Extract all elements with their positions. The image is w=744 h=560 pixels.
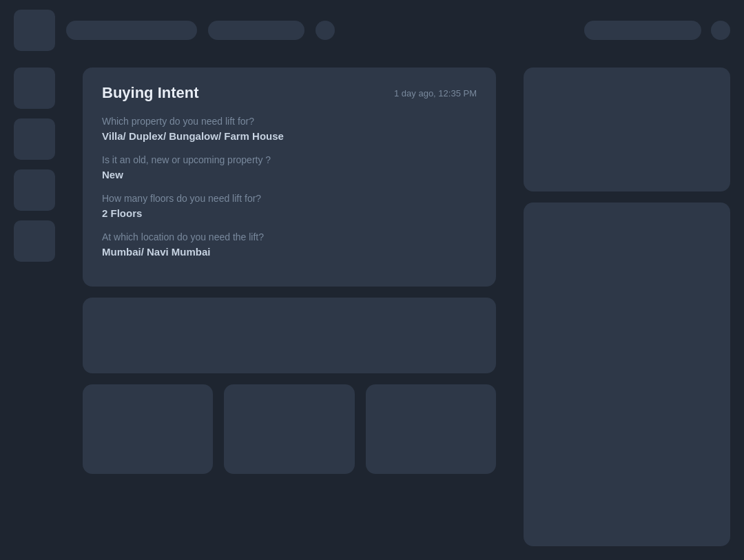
nav-logo — [14, 10, 55, 51]
main-content: Buying Intent 1 day ago, 12:35 PM Which … — [69, 61, 510, 560]
sidebar-item-3[interactable] — [14, 169, 55, 211]
lower-section — [83, 298, 496, 474]
answer-1: Villa/ Duplex/ Bungalow/ Farm House — [102, 130, 477, 142]
nav-pill-circle[interactable] — [316, 21, 335, 40]
small-cards-row — [83, 384, 496, 474]
buying-intent-card: Buying Intent 1 day ago, 12:35 PM Which … — [83, 68, 496, 287]
top-nav — [0, 0, 744, 61]
answer-2: New — [102, 169, 477, 180]
small-card-2 — [224, 384, 354, 474]
sidebar — [0, 61, 69, 560]
small-card-1 — [83, 384, 213, 474]
nav-pill-2[interactable] — [208, 21, 304, 40]
card-timestamp: 1 day ago, 12:35 PM — [394, 88, 477, 98]
question-4: At which location do you need the lift? — [102, 231, 477, 242]
right-block-top — [524, 68, 730, 191]
right-block-bottom — [524, 203, 730, 546]
nav-right-circle[interactable] — [711, 21, 730, 40]
qa-block-2: Is it an old, new or upcoming property ?… — [102, 154, 477, 180]
right-panel — [510, 61, 744, 560]
qa-block-4: At which location do you need the lift? … — [102, 231, 477, 258]
layout: Buying Intent 1 day ago, 12:35 PM Which … — [0, 61, 744, 560]
card-header: Buying Intent 1 day ago, 12:35 PM — [102, 84, 477, 102]
answer-4: Mumbai/ Navi Mumbai — [102, 246, 477, 258]
sidebar-item-2[interactable] — [14, 118, 55, 160]
nav-pill-right[interactable] — [584, 21, 701, 40]
question-2: Is it an old, new or upcoming property ? — [102, 154, 477, 165]
large-placeholder — [83, 298, 496, 373]
nav-right — [584, 21, 730, 40]
sidebar-item-4[interactable] — [14, 220, 55, 262]
question-1: Which property do you need lift for? — [102, 116, 477, 127]
small-card-3 — [366, 384, 496, 474]
nav-bar-items — [66, 21, 573, 40]
question-3: How many floors do you need lift for? — [102, 193, 477, 204]
answer-3: 2 Floors — [102, 207, 477, 219]
sidebar-item-1[interactable] — [14, 68, 55, 109]
nav-pill-1[interactable] — [66, 21, 197, 40]
qa-block-3: How many floors do you need lift for? 2 … — [102, 193, 477, 219]
qa-block-1: Which property do you need lift for? Vil… — [102, 116, 477, 142]
card-title: Buying Intent — [102, 84, 199, 102]
